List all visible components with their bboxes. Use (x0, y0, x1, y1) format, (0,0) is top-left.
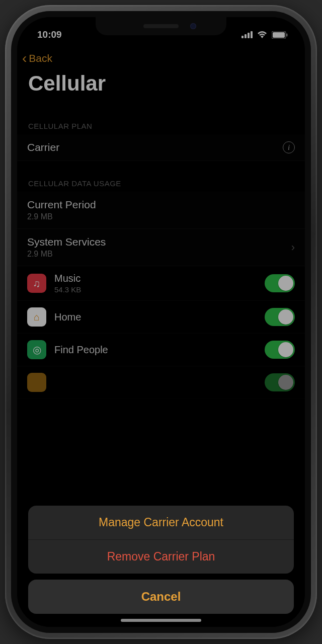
wifi-icon (257, 31, 268, 39)
toggle-partial[interactable] (265, 373, 295, 391)
section-header-plan: CELLULAR PLAN (17, 111, 305, 134)
manage-carrier-account-button[interactable]: Manage Carrier Account (28, 506, 294, 540)
toggle-home[interactable] (265, 308, 295, 326)
system-services-row[interactable]: System Services 2.9 MB › (17, 229, 305, 266)
current-period-value: 2.9 MB (27, 212, 295, 221)
carrier-label: Carrier (27, 141, 283, 153)
back-label: Back (29, 52, 52, 64)
app-title: Home (54, 311, 257, 323)
section-header-usage: CELLULAR DATA USAGE (17, 161, 305, 192)
toggle-find-people[interactable] (265, 341, 295, 359)
app-row-partial (17, 366, 305, 399)
back-button[interactable]: ‹ Back (17, 42, 305, 69)
action-sheet: Manage Carrier Account Remove Carrier Pl… (28, 506, 294, 614)
app-icon-partial (27, 373, 46, 392)
cellular-signal-icon (242, 31, 253, 38)
page-title: Cellular (17, 69, 305, 111)
app-row-find-people: ◎ Find People (17, 334, 305, 366)
current-period-title: Current Period (27, 199, 295, 211)
status-time: 10:09 (37, 29, 62, 40)
carrier-row[interactable]: Carrier i (17, 134, 305, 161)
info-icon[interactable]: i (283, 141, 295, 153)
app-row-music: ♫ Music 54.3 KB (17, 266, 305, 301)
home-icon: ⌂ (27, 307, 46, 327)
home-indicator[interactable] (121, 619, 201, 622)
cancel-button[interactable]: Cancel (28, 580, 294, 614)
chevron-left-icon: ‹ (22, 51, 27, 65)
system-services-title: System Services (27, 236, 291, 248)
music-icon: ♫ (27, 274, 46, 293)
toggle-music[interactable] (265, 274, 295, 292)
notch (96, 17, 226, 35)
svg-rect-1 (273, 32, 285, 38)
app-usage: 54.3 KB (54, 285, 257, 294)
svg-rect-2 (286, 33, 288, 36)
app-row-home: ⌂ Home (17, 301, 305, 334)
remove-carrier-plan-button[interactable]: Remove Carrier Plan (28, 540, 294, 574)
find-people-icon: ◎ (27, 340, 46, 359)
app-title: Find People (54, 344, 257, 356)
system-services-value: 2.9 MB (27, 250, 291, 259)
chevron-right-icon: › (291, 241, 295, 254)
app-title: Music (54, 273, 257, 284)
battery-icon (272, 31, 288, 39)
current-period-row: Current Period 2.9 MB (17, 192, 305, 229)
